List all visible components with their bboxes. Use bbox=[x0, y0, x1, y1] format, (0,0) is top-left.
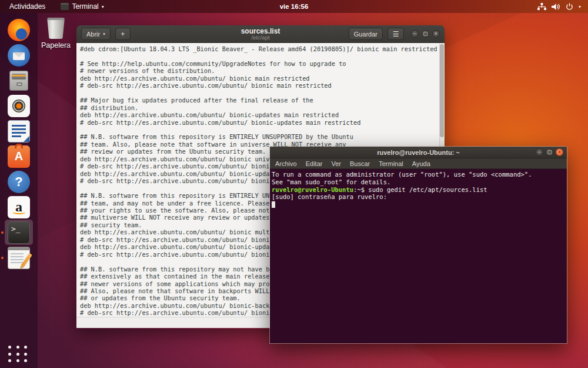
chevron-down-icon: ▾ bbox=[102, 4, 104, 9]
terminal-cursor bbox=[272, 201, 275, 208]
terminal-prompt-line: ruvelro@ruvelro-Ubuntu:~$ sudo gedit /et… bbox=[272, 186, 567, 194]
close-button[interactable]: × bbox=[556, 148, 563, 156]
dock-item-rhythmbox[interactable] bbox=[0, 93, 38, 118]
terminal-mini-icon bbox=[61, 3, 69, 10]
terminal-titlebar[interactable]: ruvelro@ruvelro-Ubuntu: ~ – ▢ × bbox=[270, 147, 567, 158]
app-menu-button[interactable]: Terminal ▾ bbox=[57, 0, 107, 13]
gedit-scrollbar-thumb[interactable] bbox=[440, 44, 444, 137]
amazon-icon: a bbox=[8, 196, 30, 218]
open-button[interactable]: Abrir ▾ bbox=[81, 28, 111, 40]
dock-item-text-editor[interactable] bbox=[0, 245, 38, 270]
prompt-user-host: ruvelro@ruvelro-Ubuntu bbox=[272, 186, 353, 193]
dock: A ? a >_ bbox=[0, 13, 38, 368]
trash-label: Papelera bbox=[41, 41, 71, 49]
dock-item-firefox[interactable] bbox=[0, 17, 38, 42]
terminal-title: ruvelro@ruvelro-Ubuntu: ~ bbox=[377, 149, 460, 156]
open-button-label: Abrir bbox=[86, 31, 100, 38]
dock-item-help[interactable]: ? bbox=[0, 169, 38, 194]
system-status-area[interactable]: ▾ bbox=[537, 3, 588, 11]
power-icon bbox=[566, 3, 573, 11]
menu-ver[interactable]: Ver bbox=[331, 160, 341, 167]
menu-ayuda[interactable]: Ayuda bbox=[412, 160, 430, 167]
thunderbird-icon bbox=[8, 44, 30, 67]
terminal-window: ruvelro@ruvelro-Ubuntu: ~ – ▢ × Archivo … bbox=[269, 146, 567, 344]
new-document-button[interactable]: + bbox=[115, 28, 131, 40]
desktop-trash[interactable]: Papelera bbox=[41, 18, 71, 49]
dock-item-thunderbird[interactable] bbox=[0, 42, 38, 68]
firefox-icon bbox=[8, 19, 30, 41]
activities-button[interactable]: Actividades bbox=[6, 0, 49, 13]
volume-icon bbox=[552, 3, 560, 11]
network-icon bbox=[537, 3, 546, 11]
activities-label: Actividades bbox=[9, 2, 45, 11]
minimize-button[interactable]: – bbox=[411, 30, 419, 38]
desktop: { "topbar": { "activities": "Actividades… bbox=[0, 0, 588, 368]
terminal-icon: >_ bbox=[8, 221, 30, 244]
dock-item-files[interactable] bbox=[0, 68, 38, 93]
cursor-line bbox=[272, 201, 567, 208]
hamburger-icon: ☰ bbox=[393, 30, 399, 38]
rhythmbox-icon bbox=[8, 95, 30, 117]
menu-archivo[interactable]: Archivo bbox=[275, 160, 297, 167]
libreoffice-writer-icon bbox=[8, 120, 30, 142]
maximize-button[interactable]: ▢ bbox=[422, 30, 429, 38]
close-button[interactable]: × bbox=[432, 30, 440, 38]
password-prompt-line: [sudo] contraseña para ruvelro: bbox=[272, 193, 567, 201]
text-editor-icon bbox=[8, 247, 30, 269]
running-indicator bbox=[1, 257, 4, 259]
menu-editar[interactable]: Editar bbox=[306, 160, 323, 167]
chevron-down-icon: ▾ bbox=[579, 4, 581, 9]
ubuntu-software-icon: A bbox=[8, 145, 30, 168]
gedit-headerbar[interactable]: sources.list /etc/apt Abrir ▾ + Guardar … bbox=[76, 25, 445, 43]
question-glyph: ? bbox=[15, 174, 22, 190]
menu-terminal[interactable]: Terminal bbox=[379, 160, 403, 167]
typed-command: sudo gedit /etc/apt/sources.list bbox=[365, 186, 487, 193]
prompt-suffix: :~$ bbox=[353, 186, 365, 193]
chevron-down-icon: ▾ bbox=[103, 32, 105, 37]
menu-buscar[interactable]: Buscar bbox=[350, 160, 370, 167]
save-button[interactable]: Guardar bbox=[349, 28, 383, 40]
minimize-button[interactable]: – bbox=[536, 148, 543, 156]
dock-item-libreoffice-writer[interactable] bbox=[0, 118, 38, 144]
running-indicator bbox=[1, 231, 4, 234]
save-button-label: Guardar bbox=[354, 31, 377, 38]
software-glyph: A bbox=[15, 150, 23, 163]
maximize-button[interactable]: ▢ bbox=[546, 148, 553, 156]
terminal-screen[interactable]: To run a command as administrator (user … bbox=[270, 169, 567, 343]
files-icon bbox=[9, 71, 28, 91]
top-bar: Actividades Terminal ▾ vie 16:56 ▾ bbox=[0, 0, 588, 13]
show-applications-button[interactable] bbox=[8, 346, 29, 363]
terminal-menubar: Archivo Editar Ver Buscar Terminal Ayuda bbox=[270, 158, 567, 169]
dock-item-terminal[interactable]: >_ bbox=[0, 220, 38, 245]
dock-item-amazon[interactable]: a bbox=[0, 194, 38, 220]
dock-item-ubuntu-software[interactable]: A bbox=[0, 144, 38, 169]
new-document-icon: + bbox=[121, 30, 125, 38]
trash-icon bbox=[47, 18, 65, 39]
hamburger-menu-button[interactable]: ☰ bbox=[387, 28, 404, 40]
app-menu-label: Terminal bbox=[72, 2, 98, 11]
terminal-output: To run a command as administrator (user … bbox=[272, 171, 567, 186]
help-icon: ? bbox=[8, 171, 30, 193]
